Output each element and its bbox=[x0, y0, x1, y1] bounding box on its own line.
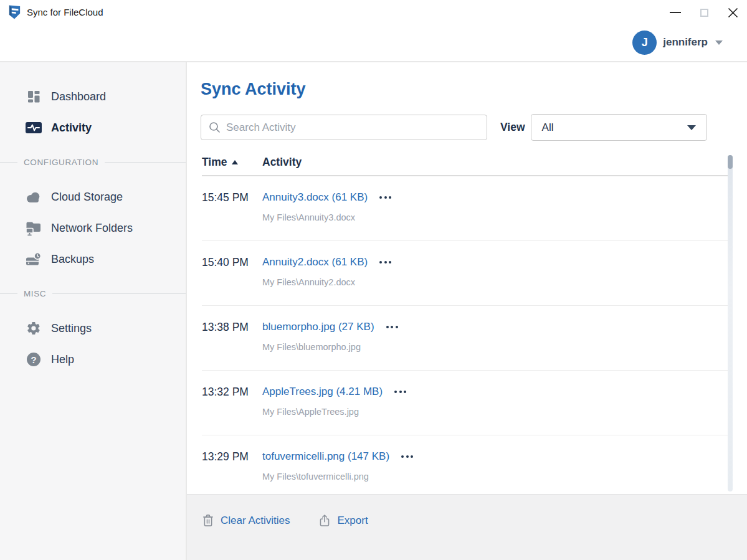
row-activity: Annuity2.docx (61 KB) My Files\Annuity2.… bbox=[262, 256, 393, 305]
sort-ascending-icon bbox=[232, 160, 238, 164]
file-path: My Files\Annuity3.docx bbox=[262, 212, 393, 222]
row-time: 13:38 PM bbox=[202, 321, 262, 370]
titlebar: Sync for FileCloud bbox=[0, 0, 747, 24]
row-menu-button[interactable] bbox=[378, 257, 393, 267]
sidebar: Dashboard Activity CONFIGURATION bbox=[0, 62, 187, 560]
file-link[interactable]: Annuity2.docx (61 KB) bbox=[262, 256, 368, 268]
file-link[interactable]: tofuvermicelli.png (147 KB) bbox=[262, 450, 389, 463]
row-menu-button[interactable] bbox=[393, 387, 407, 397]
app-window: Sync for FileCloud J jenniferp bbox=[0, 0, 747, 560]
help-icon: ? bbox=[25, 353, 42, 366]
table-row: 15:40 PM Annuity2.docx (61 KB) My Files\… bbox=[202, 241, 728, 306]
row-time: 15:40 PM bbox=[202, 256, 262, 305]
gear-icon bbox=[25, 321, 42, 336]
sidebar-item-settings[interactable]: Settings bbox=[0, 313, 186, 344]
username[interactable]: jenniferp bbox=[663, 36, 708, 49]
sidebar-item-label: Help bbox=[51, 353, 74, 366]
file-path: My Files\Annuity2.docx bbox=[262, 277, 393, 287]
window-title: Sync for FileCloud bbox=[27, 7, 103, 17]
cloud-icon bbox=[25, 191, 42, 203]
sidebar-section-misc: MISC bbox=[0, 275, 186, 313]
backup-drive-icon bbox=[25, 252, 42, 267]
clear-activities-label: Clear Activities bbox=[221, 515, 290, 527]
view-label: View bbox=[500, 121, 525, 134]
chevron-down-icon bbox=[715, 40, 723, 45]
sidebar-item-label: Settings bbox=[51, 322, 92, 335]
file-path: My Files\tofuvermicelli.png bbox=[262, 472, 414, 482]
search-icon bbox=[209, 121, 221, 133]
table-row: 13:29 PM tofuvermicelli.png (147 KB) My … bbox=[202, 435, 728, 500]
row-activity: tofuvermicelli.png (147 KB) My Files\tof… bbox=[262, 450, 414, 500]
activity-list: 15:45 PM Annuity3.docx (61 KB) My Files\… bbox=[202, 176, 728, 500]
minimize-button[interactable] bbox=[661, 0, 690, 25]
row-activity: Annuity3.docx (61 KB) My Files\Annuity3.… bbox=[262, 191, 393, 240]
sidebar-item-label: Dashboard bbox=[51, 90, 106, 103]
main-content: Sync Activity View All Time bbox=[187, 62, 747, 560]
row-menu-button[interactable] bbox=[400, 452, 414, 462]
file-path: My Files\AppleTrees.jpg bbox=[262, 407, 407, 417]
activity-footer: Clear Activities Export bbox=[187, 494, 747, 560]
sidebar-item-network-folders[interactable]: Network Folders bbox=[0, 212, 186, 244]
sidebar-item-cloud-storage[interactable]: Cloud Storage bbox=[0, 181, 186, 212]
file-link[interactable]: bluemorpho.jpg (27 KB) bbox=[262, 321, 374, 333]
view-dropdown[interactable]: All bbox=[531, 114, 707, 141]
table-row: 15:45 PM Annuity3.docx (61 KB) My Files\… bbox=[202, 176, 728, 241]
sidebar-item-label: Backups bbox=[51, 253, 94, 266]
table-row: 13:38 PM bluemorpho.jpg (27 KB) My Files… bbox=[202, 306, 728, 371]
close-button[interactable] bbox=[718, 0, 747, 25]
user-menu[interactable]: J jenniferp bbox=[0, 24, 747, 61]
clear-activities-button[interactable]: Clear Activities bbox=[202, 513, 290, 528]
sidebar-item-label: Cloud Storage bbox=[51, 191, 123, 204]
export-button[interactable]: Export bbox=[318, 513, 368, 528]
close-icon bbox=[728, 7, 738, 18]
maximize-icon bbox=[700, 9, 708, 17]
app-header: Sync for FileCloud J jenniferp bbox=[0, 0, 747, 62]
column-time-label: Time bbox=[202, 156, 227, 169]
column-activity-label: Activity bbox=[262, 156, 302, 168]
table-header: Time Activity bbox=[202, 156, 728, 176]
sidebar-item-help[interactable]: ? Help bbox=[0, 344, 186, 375]
row-time: 15:45 PM bbox=[202, 191, 262, 240]
app-body: Dashboard Activity CONFIGURATION bbox=[0, 62, 747, 560]
export-icon bbox=[318, 513, 331, 528]
row-activity: bluemorpho.jpg (27 KB) My Files\bluemorp… bbox=[262, 321, 399, 370]
sidebar-item-label: Activity bbox=[51, 121, 92, 135]
row-activity: AppleTrees.jpg (4.21 MB) My Files\AppleT… bbox=[262, 386, 407, 435]
sidebar-item-label: Network Folders bbox=[51, 222, 133, 235]
sidebar-item-activity[interactable]: Activity bbox=[0, 112, 186, 143]
dashboard-icon bbox=[25, 89, 42, 104]
sidebar-item-backups[interactable]: Backups bbox=[0, 244, 186, 275]
window-controls bbox=[661, 0, 747, 25]
view-selected-value: All bbox=[542, 121, 554, 134]
minimize-icon bbox=[670, 12, 681, 13]
column-header-activity[interactable]: Activity bbox=[262, 156, 302, 169]
row-menu-button[interactable] bbox=[385, 322, 399, 332]
page-title: Sync Activity bbox=[201, 80, 747, 99]
row-menu-button[interactable] bbox=[378, 192, 393, 202]
file-path: My Files\bluemorpho.jpg bbox=[262, 342, 399, 352]
export-label: Export bbox=[337, 515, 368, 527]
file-link[interactable]: AppleTrees.jpg (4.21 MB) bbox=[262, 386, 383, 398]
avatar[interactable]: J bbox=[632, 31, 657, 55]
trash-icon bbox=[202, 513, 214, 528]
controls-row: View All bbox=[201, 114, 747, 141]
row-time: 13:32 PM bbox=[202, 386, 262, 435]
column-header-time[interactable]: Time bbox=[202, 156, 262, 169]
search-box bbox=[201, 115, 487, 140]
search-input[interactable] bbox=[226, 121, 479, 134]
table-row: 13:32 PM AppleTrees.jpg (4.21 MB) My Fil… bbox=[202, 371, 728, 435]
sidebar-item-dashboard[interactable]: Dashboard bbox=[0, 81, 186, 112]
vertical-scrollbar[interactable] bbox=[728, 155, 733, 491]
activity-icon bbox=[25, 120, 42, 135]
dropdown-caret-icon bbox=[687, 125, 696, 130]
filecloud-app-icon bbox=[7, 4, 22, 20]
row-time: 13:29 PM bbox=[202, 450, 262, 500]
sidebar-section-configuration: CONFIGURATION bbox=[0, 143, 186, 181]
network-folder-icon bbox=[25, 221, 42, 236]
file-link[interactable]: Annuity3.docx (61 KB) bbox=[262, 191, 368, 204]
maximize-button[interactable] bbox=[690, 0, 718, 25]
scrollbar-thumb[interactable] bbox=[728, 155, 733, 169]
